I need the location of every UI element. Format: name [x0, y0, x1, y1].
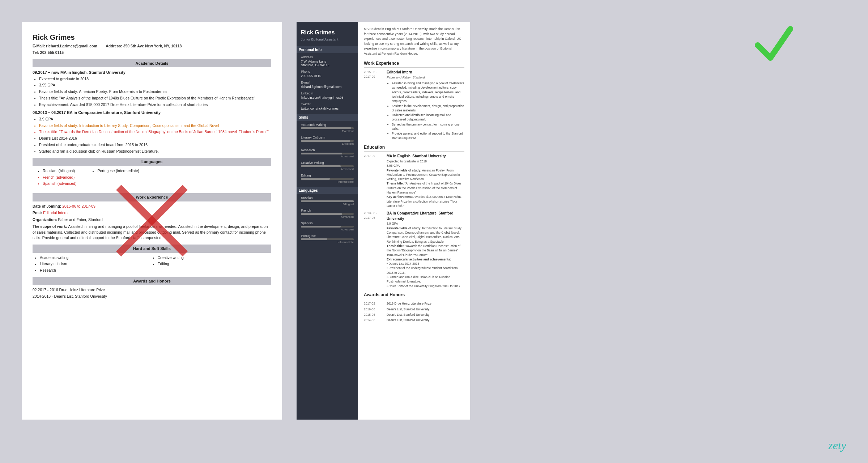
lang-left: Russian (bilingual) French (advanced) Sp…	[36, 168, 76, 187]
award-1: 02.2017 - 2016 Drue Heinz Literature Pri…	[33, 287, 271, 293]
email-label: E-Mail:	[33, 44, 45, 48]
edu1-degree: 09.2017 – now MA in English, Stanford Un…	[33, 69, 271, 76]
lang-french: French Advanced	[301, 209, 354, 218]
education-section-title-right: Education	[364, 144, 464, 152]
right-sidebar: Rick Grimes Junior Editorial Assistant P…	[297, 22, 358, 420]
skill-research: Research Advanced	[301, 148, 354, 158]
award-right-2: 2016-06 Dean's List, Stanford University	[364, 307, 464, 311]
right-name: Rick Grimes	[301, 29, 354, 36]
right-resume: Rick Grimes Junior Editorial Assistant P…	[297, 22, 470, 420]
email-value: richard.f.grimes@gmail.com	[46, 44, 97, 48]
tel-label: Tel:	[33, 50, 39, 55]
work-section-header: Work Experience	[33, 193, 271, 201]
phone-value: 202-555-0115	[301, 74, 354, 78]
awards-section-header: Awards and Honors	[33, 277, 271, 285]
left-email-line: E-Mail: richard.f.grimes@gmail.com Addre…	[33, 43, 271, 49]
awards-section-title-right: Awards and Honors	[364, 292, 464, 299]
left-resume: Rick Grimes E-Mail: richard.f.grimes@gma…	[22, 22, 282, 420]
phone-label: Phone	[301, 70, 354, 73]
work-scope: The scope of work: Assisted in hiring an…	[33, 224, 271, 241]
award-2: 2014-2016 - Dean's List, Stanford Univer…	[33, 294, 271, 300]
edu-entry-2: 08.2013 – 06.2017 BA in Comparative Lite…	[33, 110, 271, 154]
work-post: Post: Editorial Intern	[33, 210, 271, 216]
tel-value: 202-555-0115	[40, 50, 64, 55]
skills-section-header: Hard and Soft Skills	[33, 245, 271, 253]
summary-text: MA Student in English at Stanford Univer…	[364, 27, 464, 56]
linkedin-value: linkedin.com/in/rickygrimes93	[301, 96, 354, 99]
skill-academic-writing: Academic Writing Excellent	[301, 123, 354, 133]
work-dates: Date of Joining: 2015-06 to 2017-09	[33, 204, 271, 209]
twitter-label: Twitter	[301, 102, 354, 106]
award-right-4: 2014-06 Dean's List, Stanford University	[364, 318, 464, 322]
zety-logo: zety	[828, 439, 846, 452]
address-label: Address:	[106, 44, 122, 48]
lang-portugese: Portugese Intermediate	[301, 234, 354, 244]
green-checkmark	[752, 22, 796, 65]
edu-entry-right-2: 2013-08 -2017-06 BA in Comparative Litar…	[364, 211, 464, 288]
skill-literary-criticism: Literary Criticism Excellent	[301, 136, 354, 145]
personal-info-title: Personal Info	[297, 46, 358, 53]
languages-section-title: Languages	[297, 187, 358, 194]
right-main: MA Student in English at Stanford Univer…	[358, 22, 470, 420]
skills-section-title: Skills	[297, 114, 358, 121]
address-value: 7 W. Adams Lane Stanford, CA 94116	[301, 60, 354, 67]
lang-spanish: Spanish Advanced	[301, 221, 354, 231]
lang-right: Portugese (intermediate)	[91, 168, 139, 187]
twitter-value: twitter.com/rickyfillygrimes	[301, 107, 354, 110]
skills-list: Academic writing Literary criticism Rese…	[33, 255, 271, 273]
email-value-right: richard.f.grimes@gmail.com	[301, 85, 354, 89]
right-title: Junior Editorial Assistant	[301, 37, 354, 41]
skill-editing: Editing Intermediate	[301, 174, 354, 183]
address-label: Address	[301, 55, 354, 59]
edu2-degree: 08.2013 – 06.2017 BA in Comparative Lite…	[33, 110, 271, 116]
edu-entry-right-1: 2017-09 MA in English, Stanford Universi…	[364, 154, 464, 208]
work-entry-1: 2015-06 -2017-09 Editorial Intern Faber …	[364, 70, 464, 141]
email-label-right: E-mail	[301, 81, 354, 84]
edu2-bullets: 3.9 GPA Favorite fields of study: Introd…	[33, 116, 271, 154]
left-name: Rick Grimes	[33, 32, 271, 43]
address-value: 350 5th Ave New York, NY, 10118	[123, 44, 182, 48]
award-right-1: 2017-02 2016 Drue Heinz Literature Prize	[364, 301, 464, 306]
work-section-title-right: Work Experience	[364, 60, 464, 68]
lang-russian: Russian Bilingual	[301, 196, 354, 206]
academic-section-header: Academic Details	[33, 59, 271, 68]
edu-entry-1: 09.2017 – now MA in English, Stanford Un…	[33, 69, 271, 107]
left-tel-line: Tel: 202-555-0115	[33, 50, 271, 56]
skill-creative-writing: Creative Writing Advanced	[301, 161, 354, 171]
award-right-3: 2015-06 Dean's List, Stanford University	[364, 313, 464, 317]
language-columns: Russian (bilingual) French (advanced) Sp…	[33, 168, 271, 190]
linkedin-label: LinkedIn	[301, 92, 354, 95]
languages-section-header: Languages	[33, 158, 271, 166]
work-org: Organization: Faber and Faber, Stanford	[33, 217, 271, 223]
edu1-bullets: Expected to graduate in 2018 3.95 GPA Fa…	[33, 76, 271, 108]
